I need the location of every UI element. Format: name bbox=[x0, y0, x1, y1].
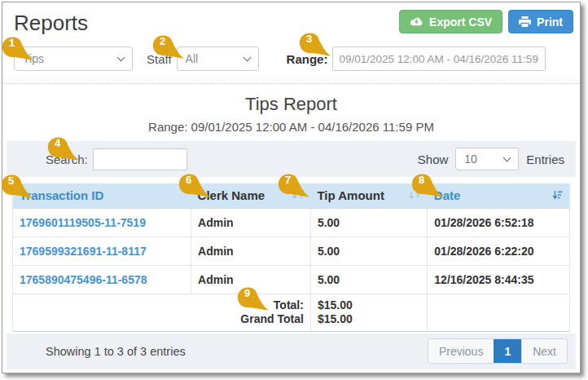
entries-per-page-select[interactable]: 10 bbox=[455, 148, 519, 170]
report-type-select[interactable]: Tips bbox=[14, 46, 133, 71]
chevron-down-icon bbox=[243, 54, 251, 62]
pagination: Previous 1 Next bbox=[428, 338, 568, 364]
previous-page-button[interactable]: Previous bbox=[428, 339, 494, 363]
entries-label: Entries bbox=[526, 152, 564, 166]
export-csv-label: Export CSV bbox=[429, 15, 492, 29]
report-title: Tips Report bbox=[2, 93, 580, 115]
chevron-down-icon bbox=[503, 154, 511, 162]
transaction-id-link[interactable]: 1769599321691-11-8117 bbox=[13, 236, 191, 265]
show-entries-control: Show 10 Entries bbox=[418, 148, 564, 170]
staff-value: All bbox=[186, 52, 199, 65]
toolbar: Export CSV Print bbox=[399, 10, 573, 33]
total-value: $15.00 bbox=[318, 298, 420, 312]
sort-unsorted-icon: ↓↑ bbox=[407, 190, 420, 201]
clerk-name-cell: Admin bbox=[191, 236, 311, 265]
table-row: 1769599321691-11-8117 Admin 5.00 01/28/2… bbox=[13, 236, 569, 265]
column-header-date[interactable]: Date bbox=[428, 183, 569, 208]
top-bar: Reports Export CSV bbox=[2, 2, 580, 36]
date-range-input[interactable] bbox=[332, 46, 546, 71]
tip-amount-cell: 5.00 bbox=[310, 208, 427, 236]
column-label: Clerk Name bbox=[198, 188, 265, 202]
table-row: 1765890475496-11-6578 Admin 5.00 12/16/2… bbox=[13, 265, 569, 294]
report-range-subtitle: Range: 09/01/2025 12:00 AM - 04/16/2026 … bbox=[2, 120, 580, 134]
transaction-id-link[interactable]: 1769601119505-11-7519 bbox=[13, 208, 191, 236]
chevron-down-icon bbox=[117, 54, 125, 62]
table-header-row: Transaction ID Clerk Name ↓↑ Tip Amount … bbox=[13, 183, 569, 208]
range-label: Range: bbox=[287, 52, 328, 66]
sort-descending-icon bbox=[552, 190, 563, 201]
clerk-name-cell: Admin bbox=[191, 208, 311, 236]
transaction-id-link[interactable]: 1765890475496-11-6578 bbox=[13, 265, 191, 294]
tip-amount-cell: 5.00 bbox=[310, 265, 427, 294]
tips-report-table: Transaction ID Clerk Name ↓↑ Tip Amount … bbox=[12, 183, 570, 332]
entries-per-page-value: 10 bbox=[464, 152, 477, 166]
search-label: Search: bbox=[46, 152, 88, 166]
column-header-tip-amount[interactable]: Tip Amount ↓↑ bbox=[310, 183, 427, 208]
date-cell: 12/16/2025 8:44:35 bbox=[428, 265, 569, 294]
print-label: Print bbox=[537, 15, 563, 29]
total-label: Total: bbox=[20, 298, 304, 312]
column-label: Date bbox=[434, 188, 461, 202]
table-row: 1769601119505-11-7519 Admin 5.00 01/28/2… bbox=[13, 208, 569, 236]
search-control: Search: bbox=[46, 148, 187, 170]
tip-amount-cell: 5.00 bbox=[310, 236, 427, 265]
table-controls-band: Search: Show 10 Entries bbox=[7, 141, 576, 177]
date-cell: 01/28/2026 6:52:18 bbox=[428, 208, 569, 236]
report-type-value: Tips bbox=[23, 52, 44, 65]
report-heading: Tips Report Range: 09/01/2025 12:00 AM -… bbox=[2, 84, 580, 134]
grand-total-label: Grand Total bbox=[20, 312, 304, 326]
clerk-name-cell: Admin bbox=[191, 265, 311, 294]
window-frame: Reports Export CSV bbox=[2, 2, 581, 373]
filter-bar: Tips Staff All Range: bbox=[2, 46, 580, 71]
next-page-button[interactable]: Next bbox=[521, 339, 567, 363]
totals-values: $15.00 $15.00 bbox=[310, 294, 427, 331]
totals-labels: Total: Grand Total bbox=[13, 294, 310, 331]
totals-empty-cell bbox=[428, 294, 569, 331]
reports-page: Reports Export CSV bbox=[0, 0, 588, 380]
search-input[interactable] bbox=[93, 148, 187, 170]
page-1-button[interactable]: 1 bbox=[494, 339, 521, 363]
column-header-transaction-id[interactable]: Transaction ID bbox=[13, 183, 191, 208]
grand-total-value: $15.00 bbox=[318, 312, 420, 326]
export-csv-button[interactable]: Export CSV bbox=[399, 10, 502, 33]
column-label: Transaction ID bbox=[20, 188, 103, 202]
print-button[interactable]: Print bbox=[508, 10, 573, 33]
staff-select[interactable]: All bbox=[177, 46, 259, 71]
table-footer-band: Showing 1 to 3 of 3 entries Previous 1 N… bbox=[7, 334, 576, 369]
printer-icon bbox=[519, 16, 531, 28]
show-label: Show bbox=[418, 152, 449, 166]
column-label: Tip Amount bbox=[317, 188, 384, 202]
entries-summary: Showing 1 to 3 of 3 entries bbox=[46, 345, 186, 358]
cloud-download-icon bbox=[410, 16, 423, 27]
sort-unsorted-icon: ↓↑ bbox=[291, 190, 304, 201]
column-header-clerk-name[interactable]: Clerk Name ↓↑ bbox=[191, 183, 311, 208]
staff-label: Staff bbox=[147, 52, 172, 66]
totals-row: Total: Grand Total $15.00 $15.00 bbox=[13, 294, 569, 331]
date-cell: 01/28/2026 6:22:20 bbox=[428, 236, 569, 265]
